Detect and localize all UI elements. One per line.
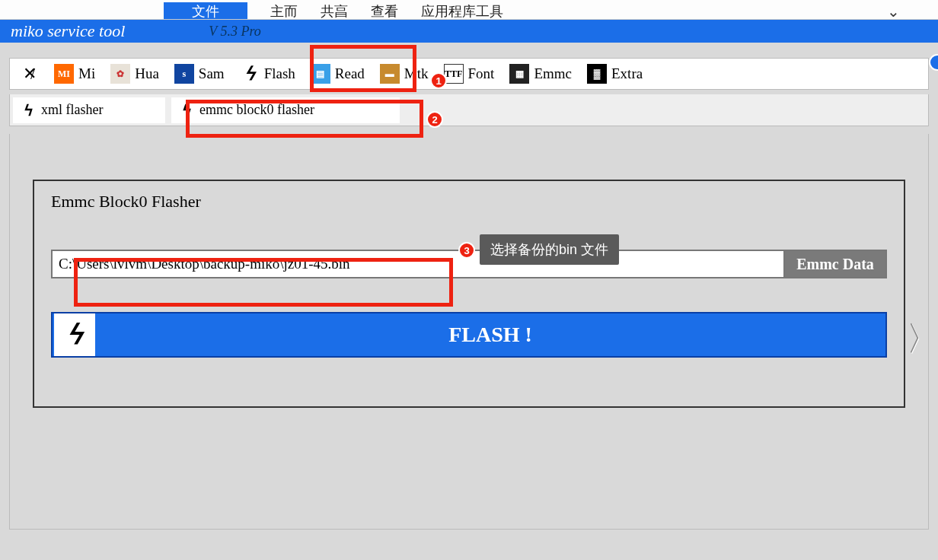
read-icon: ▤ (311, 64, 330, 84)
content-area: ✕/ MI Mi ✿ Hua s Sam ϟ Flash ▤ Read ▬ Mt… (0, 43, 938, 560)
help-icon[interactable] (929, 54, 938, 71)
panel-wrap: Emmc Block0 Flasher Emmc Data ϟ FLASH ! (9, 134, 929, 530)
callout-tooltip: 选择备份的bin 文件 (480, 234, 619, 265)
flash-icon: ϟ (240, 64, 260, 84)
emmc-flasher-group: Emmc Block0 Flasher Emmc Data ϟ FLASH ! (33, 180, 905, 408)
tools-icon: ✕/ (19, 64, 39, 84)
extra-button[interactable]: ▓ Extra (581, 61, 649, 87)
extra-icon: ▓ (587, 64, 607, 84)
title-bar: miko service tool V 5.3 Pro (0, 20, 938, 43)
emmc-icon: ▦ (509, 64, 529, 84)
xml-flasher-tab[interactable]: ϟ xml flasher (13, 97, 165, 123)
flash-tab-button[interactable]: ϟ Flash (234, 61, 302, 87)
emmc-button[interactable]: ▦ Emmc (503, 61, 578, 87)
flash-button[interactable]: ϟ FLASH ! (51, 312, 887, 358)
mtk-button[interactable]: ▬ Mtk (374, 61, 435, 87)
hua-button[interactable]: ✿ Hua (104, 61, 165, 87)
mi-button[interactable]: MI Mi (48, 61, 101, 87)
os-menu-bar: ⌄ 文件 主而 共亯 查看 应用程库工具 (0, 0, 938, 20)
callout-badge-3: 3 (458, 242, 475, 259)
menu-home[interactable]: 主而 (270, 2, 298, 19)
tools-button[interactable]: ✕/ (13, 61, 45, 87)
flash-button-label: FLASH ! (95, 323, 885, 347)
callout-badge-1: 1 (430, 72, 447, 89)
samsung-icon: s (174, 64, 194, 84)
emmc-data-button[interactable]: Emmc Data (785, 250, 887, 278)
emmc-block0-flasher-tab[interactable]: ϟ emmc block0 flasher (171, 97, 400, 123)
huawei-icon: ✿ (110, 64, 130, 84)
file-path-input[interactable] (51, 250, 785, 278)
menu-view[interactable]: 查看 (371, 2, 398, 19)
chevron-right-icon[interactable]: 〉 (906, 317, 938, 361)
minimize-icon[interactable]: ⌄ (887, 2, 900, 21)
app-version: V 5.3 Pro (209, 24, 261, 40)
menu-app-tools[interactable]: 应用程库工具 (421, 2, 503, 19)
bolt-icon: ϟ (182, 101, 192, 119)
bolt-icon: ϟ (24, 101, 34, 119)
mi-icon: MI (54, 64, 74, 84)
callout-badge-2: 2 (426, 111, 443, 128)
sub-tabs: ϟ xml flasher ϟ emmc block0 flasher (9, 94, 929, 126)
mtk-icon: ▬ (380, 64, 400, 84)
menu-file[interactable]: 文件 (164, 2, 247, 19)
font-button[interactable]: TTF Font (438, 61, 501, 87)
group-title: Emmc Block0 Flasher (51, 192, 887, 212)
app-title: miko service tool (11, 21, 125, 41)
bolt-icon: ϟ (54, 313, 95, 356)
sam-button[interactable]: s Sam (168, 61, 231, 87)
main-toolbar: ✕/ MI Mi ✿ Hua s Sam ϟ Flash ▤ Read ▬ Mt… (9, 58, 929, 90)
read-button[interactable]: ▤ Read (305, 61, 371, 87)
menu-share[interactable]: 共亯 (321, 2, 348, 19)
